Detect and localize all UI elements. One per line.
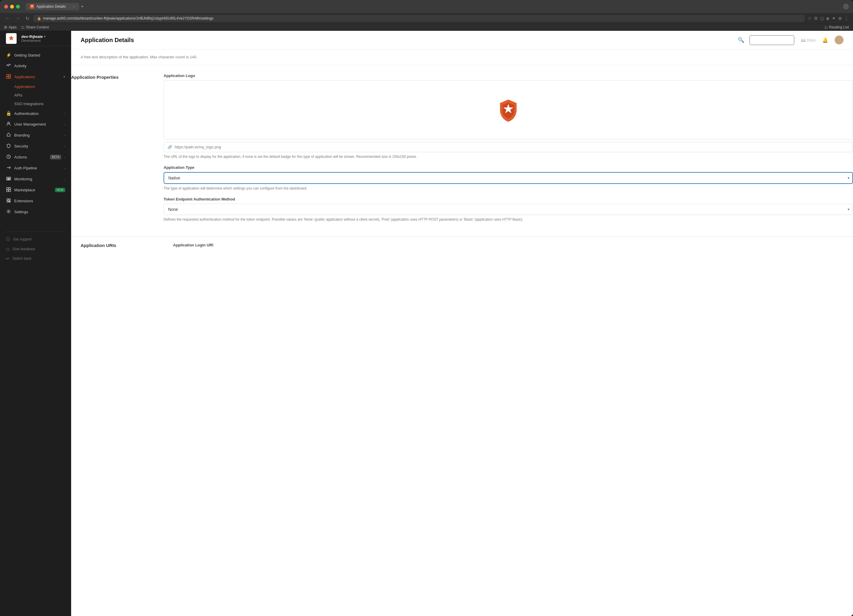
search-button[interactable]: 🔍	[736, 35, 746, 45]
svg-rect-14	[6, 190, 8, 192]
app-container: Application Details × + ← → ↻ 🔒 manage.a…	[0, 0, 853, 616]
tenant-env-label: Development	[21, 39, 46, 42]
top-description: A free text description of the applicati…	[80, 54, 844, 60]
tenant-info: dev-fhjteaie ▾ Development	[21, 34, 46, 42]
svg-rect-11	[9, 179, 10, 180]
chevron-right-icon: ›	[64, 177, 65, 181]
star-icon[interactable]: ☆	[807, 16, 812, 21]
docs-label: Docs	[807, 38, 816, 42]
sidebar-item-auth-pipeline[interactable]: Auth Pipeline ›	[0, 163, 71, 174]
sidebar-item-branding[interactable]: Branding ›	[0, 130, 71, 141]
reading-list-label: Reading List	[829, 25, 849, 29]
monitoring-icon	[6, 176, 11, 182]
token-auth-select[interactable]: None Post Basic	[164, 204, 853, 215]
applications-icon	[6, 74, 11, 80]
sidebar-item-apis-sub[interactable]: APIs	[14, 91, 71, 100]
sidebar-item-authentication[interactable]: 🔒 Authentication ›	[0, 108, 71, 119]
discuss-needs-button[interactable]: Discuss your needs	[750, 35, 794, 45]
bookmark-apps[interactable]: ⊞ Apps	[4, 25, 17, 29]
tab-bar: Application Details × +	[26, 3, 840, 10]
back-button[interactable]: ←	[4, 15, 11, 22]
token-auth-group: Token Endpoint Authentication Method Non…	[164, 197, 853, 222]
extension-icon-4[interactable]: ✦	[832, 16, 836, 21]
traffic-lights	[4, 5, 20, 9]
docs-button[interactable]: 📖 Docs	[801, 38, 816, 42]
extension-icon-3[interactable]: ◈	[826, 16, 830, 21]
bookmark-share-content[interactable]: ◻ Share Content	[21, 25, 49, 29]
token-field-label: Token Endpoint Authentication Method	[164, 197, 853, 201]
lock-icon: 🔒	[6, 111, 11, 116]
sidebar-item-activity[interactable]: Activity	[0, 61, 71, 71]
sidebar-item-label: Applications	[14, 75, 61, 79]
sidebar-item-applications[interactable]: Applications ▾	[0, 71, 71, 82]
tenant-name[interactable]: dev-fhjteaie ▾	[21, 34, 46, 39]
sidebar-item-get-support[interactable]: ⓘ Get support	[0, 234, 71, 244]
logo-url-input-wrapper[interactable]: 🔗	[164, 142, 853, 152]
sidebar-item-switch-back[interactable]: ↩ Switch back	[0, 254, 71, 263]
sidebar-item-label: Getting Started	[14, 53, 65, 58]
chevron-right-icon: ›	[64, 112, 65, 115]
forward-button[interactable]: →	[14, 15, 21, 22]
page-title: Application Details	[80, 37, 134, 44]
sidebar-item-security[interactable]: Security ›	[0, 141, 71, 151]
auth0-logo	[6, 33, 17, 44]
sidebar-item-actions[interactable]: Actions BETA ›	[0, 151, 71, 163]
book-icon: 📖	[801, 38, 806, 42]
activity-icon	[6, 63, 11, 69]
extension-icon-1[interactable]: ⚙	[814, 16, 818, 21]
sidebar-container: dev-fhjteaie ▾ Development ⚡ Getting Sta…	[0, 31, 71, 616]
tab-close-button[interactable]: ×	[73, 5, 75, 8]
extension-icon-5[interactable]: ⊕	[838, 16, 842, 21]
share-icon: ◻	[21, 25, 24, 29]
sidebar-item-monitoring[interactable]: Monitoring ›	[0, 174, 71, 185]
reading-list[interactable]: ◻ Reading List	[824, 25, 849, 29]
logo-field-description: The URL of the logo to display for the a…	[164, 154, 853, 159]
section-label: Application Properties	[71, 73, 154, 80]
sidebar-item-settings[interactable]: Settings	[0, 206, 71, 217]
top-description-area: A free text description of the applicati…	[71, 50, 853, 65]
url-bar[interactable]: 🔒 manage.auth0.com/dashboard/us/dev-fhjt…	[33, 15, 805, 22]
svg-rect-16	[7, 199, 8, 200]
chevron-right-icon: ›	[64, 145, 65, 148]
tenant-chevron-icon: ▾	[44, 35, 46, 38]
sidebar-item-getting-started[interactable]: ⚡ Getting Started	[0, 50, 71, 61]
feedback-icon: ◻	[6, 247, 9, 251]
more-menu-button[interactable]: ⋮	[844, 16, 849, 21]
support-icon: ⓘ	[6, 237, 10, 242]
window-controls	[843, 3, 849, 9]
reading-list-icon: ◻	[824, 25, 827, 29]
maximize-window-button[interactable]	[16, 5, 20, 9]
sidebar-item-sso-integrations-sub[interactable]: SSO Integrations	[14, 100, 71, 108]
application-type-select[interactable]: Native Single Page Application Regular W…	[164, 172, 853, 184]
sidebar-item-extensions[interactable]: Extensions	[0, 195, 71, 206]
tab-favicon	[30, 5, 34, 9]
extension-icon-2[interactable]: ◻	[820, 16, 824, 21]
sidebar-item-marketplace[interactable]: Marketplace NEW	[0, 185, 71, 195]
extensions-icon	[6, 198, 11, 204]
svg-point-22	[8, 211, 9, 212]
app-header: dev-fhjteaie ▾ Development	[0, 31, 71, 46]
tab-title: Application Details	[36, 5, 66, 9]
active-tab[interactable]: Application Details ×	[26, 3, 79, 10]
reload-button[interactable]: ↻	[24, 15, 30, 22]
sidebar-item-label: Security	[14, 144, 61, 148]
logo-url-input[interactable]	[175, 145, 849, 149]
sidebar-item-label: Authentication	[14, 111, 61, 116]
sidebar-item-applications-sub[interactable]: Applications	[14, 82, 71, 91]
new-tab-button[interactable]: +	[81, 4, 83, 9]
sidebar-item-label: Branding	[14, 133, 61, 138]
close-window-button[interactable]	[4, 5, 8, 9]
notifications-button[interactable]: 🔔	[822, 37, 828, 43]
support-label: Get support	[13, 237, 32, 241]
svg-rect-1	[9, 74, 11, 76]
sidebar-item-give-feedback[interactable]: ◻ Give feedback	[0, 244, 71, 254]
chevron-right-icon: ›	[64, 156, 65, 159]
bookmarks-bar: ⊞ Apps ◻ Share Content ◻ Reading List	[0, 24, 853, 31]
svg-rect-13	[9, 188, 11, 189]
minimize-window-button[interactable]	[10, 5, 14, 9]
page-header-bar: Application Details 🔍 Discuss your needs…	[71, 31, 853, 50]
sidebar-item-label: Settings	[14, 210, 65, 214]
user-avatar[interactable]	[835, 36, 844, 44]
type-field-description: The type of application will determine w…	[164, 186, 853, 191]
sidebar-item-user-management[interactable]: User Management ›	[0, 119, 71, 130]
